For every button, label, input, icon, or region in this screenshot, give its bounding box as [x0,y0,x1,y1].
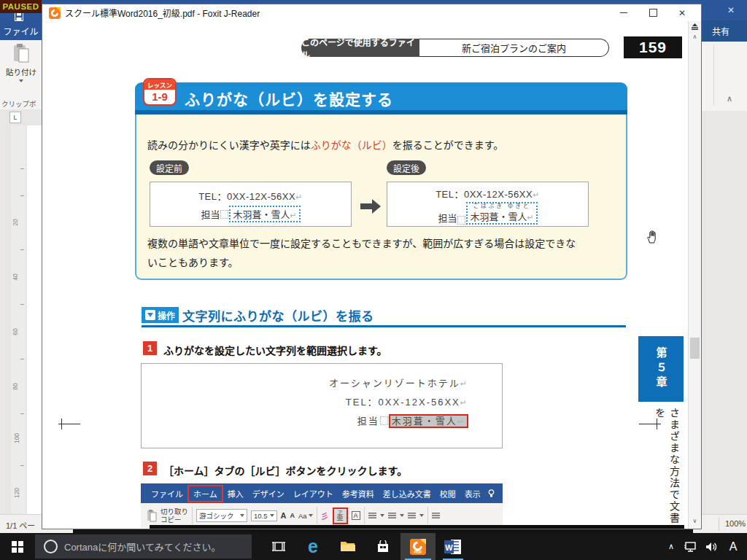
ruby-reading: こばぶき ゆきと [470,203,533,209]
tab-selector[interactable]: L [9,112,21,123]
tray-ime-indicator[interactable]: A [722,533,744,560]
svg-text:PDF: PDF [414,550,423,554]
maximize-button[interactable] [638,4,667,21]
step1-text: ふりがなを設定したい文字列を範囲選択します。 [163,343,387,357]
tel-line: TEL：0XX-12X-56XX [198,191,295,202]
page-count[interactable]: 1/1 ペー [6,519,35,531]
font-name-select: 游ゴシック [196,509,247,522]
dropdown-icon [270,514,274,517]
format-brush-icon: 彡 [321,510,329,521]
recording-paused-badge: PAUSED [0,0,42,13]
taskbar-store[interactable] [365,533,400,560]
divider [364,507,365,524]
collapse-ribbon-button[interactable]: ∧ [727,94,732,104]
files-used-label: このページで使用するファイル [301,36,419,61]
name-prefix: 担当 [201,209,220,220]
tray-show-hidden[interactable]: ∧ [662,533,680,560]
tray-network[interactable] [680,533,700,560]
ruler-mark: 20 [12,219,19,225]
task-view-button[interactable] [262,533,295,560]
tel-line: TEL：0XX-12X-56XX [346,397,460,408]
lesson-badge: レッスン 1-9 [143,78,177,106]
ruler-mark: 100 [13,433,20,443]
paste-label: 貼り付け [6,66,36,77]
dropdown-icon [240,514,244,517]
return-mark-icon: ↵ [460,379,468,388]
lesson-header: レッスン 1-9 ふりがな（ルビ）を設定する [135,82,627,110]
lesson-badge-number: 1-9 [144,90,175,104]
task-view-icon [272,541,285,552]
clipboard-icon [147,509,157,522]
status-divider [719,518,719,531]
word-close-button[interactable]: ✕ [716,0,746,20]
cortana-search-box[interactable]: Cortanaに何か聞いてみてください。 [35,534,252,559]
ruler-mark: 40 [12,273,19,280]
paste-button[interactable]: 貼り付け [6,43,36,82]
lesson-badge-label: レッスン [144,79,175,90]
case-label: Aa [298,512,307,520]
fullwidth-space-marker [380,416,388,425]
taskbar-foxit-active[interactable]: PDF [400,533,436,560]
minimize-button[interactable] [609,4,638,21]
vertical-ruler[interactable]: 20 40 60 80 100 120 [11,125,26,514]
step1-number: 1 [143,341,157,355]
intro-prefix: 読みの分かりにくい漢字や英字には [147,139,311,151]
font-size-select: 10.5 [251,510,277,521]
close-button[interactable]: ✕ [667,4,697,21]
zoom-level[interactable]: 100% [725,519,746,528]
enclose-characters-button: A [352,511,360,520]
step2-number: 2 [143,462,157,475]
taskbar-edge[interactable]: e [295,533,330,560]
operation-heading: 文字列にふりがな（ルビ）を振る [182,306,374,324]
intro-suffix: を振ることができます。 [392,139,504,151]
word-doc-area-right [702,111,747,514]
fullwidth-space-marker [220,210,228,219]
page-number-box: 159 [624,36,682,58]
selected-name-ruby: こばぶき ゆきと木羽葺・雪人↵ [466,202,537,225]
vertical-scrollbar[interactable]: ∧ ∨ [688,21,701,529]
scroll-down-arrow[interactable]: ∨ [689,517,701,526]
chapter-label: 第５章 [654,347,669,391]
foxit-titlebar[interactable]: スクール標準Word2016_初級.pdf - Foxit J-Reader ✕ [42,4,701,21]
taskbar-explorer[interactable] [330,533,365,560]
sample-doc-box: オーシャンリゾートホテル↵ TEL：0XX-12X-56XX↵ 担当木羽葺・雪人… [141,363,503,448]
file-name-pill: 新ご宿泊プランのご案内 [419,39,609,57]
cut-label: 切り取り [160,508,188,516]
tray-volume[interactable] [700,533,722,560]
change-case-button: Aa [298,512,313,520]
svg-text:W: W [445,543,453,552]
operation-badge: 操作 [142,307,179,323]
font-name: 游ゴシック [199,510,234,521]
word-page-edge [27,125,42,514]
font-size: 10.5 [254,512,268,520]
note-line2: いこともあります。 [147,253,576,272]
files-used-badge: このページで使用するファイル [301,39,419,57]
word-share-button[interactable]: 共有 [702,20,747,42]
save-icon[interactable] [15,12,23,21]
return-mark-icon: ↵ [527,213,533,222]
copy-label: コピー [160,516,182,524]
operation-underline [142,325,626,327]
tab-file: ファイル [147,486,187,501]
scrollbar-split-handle[interactable] [691,23,699,31]
hotel-name: オーシャンリゾートホテル [329,378,460,389]
cortana-icon [44,540,58,553]
word-taskbar-icon: W [444,539,462,555]
scroll-up-arrow[interactable]: ∧ [689,33,701,42]
start-button[interactable] [0,533,35,560]
return-mark-icon: ↵ [457,417,465,426]
word-file-tab[interactable]: ファイル [0,25,42,37]
chapter-tab: 第５章 [638,336,684,402]
tab-layout: レイアウト [289,486,338,501]
paste-dropdown-icon [19,79,23,82]
taskbar-word[interactable]: W [436,533,471,560]
bullet-list-icon [368,513,376,519]
divider [317,507,317,524]
network-icon [684,542,697,552]
tel-line: TEL：0XX-12X-56XX [436,189,533,200]
copy-button: コピー [160,516,188,524]
name-prefix: 担当 [357,416,379,427]
scrollbar-thumb[interactable] [690,338,700,359]
lesson-title: ふりがな（ルビ）を設定する [185,88,393,109]
tab-home: ホーム [187,485,223,502]
